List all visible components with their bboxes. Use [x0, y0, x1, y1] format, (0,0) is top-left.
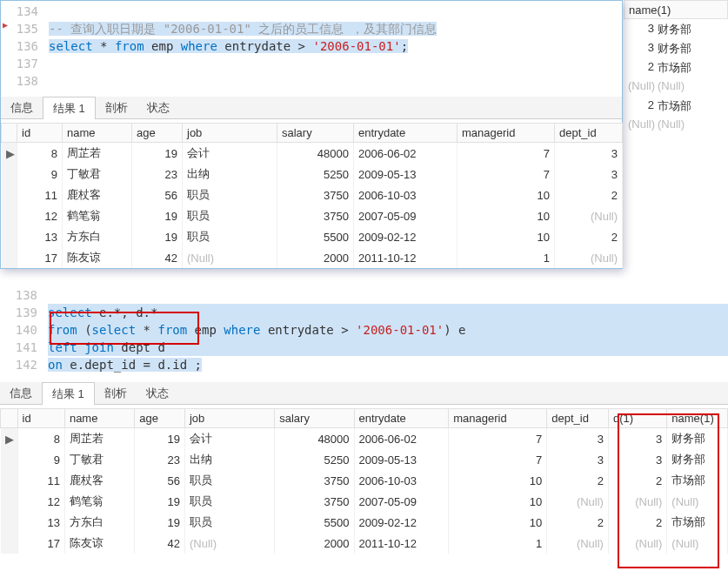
query-result-panel-1: ▶ 134 135-- 查询入职日期是 "2006-01-01" 之后的员工信息… [0, 0, 623, 269]
col-d1[interactable]: d(1) [608, 409, 666, 428]
table-row[interactable]: 13方东白19职员55002009-02-12102 [2, 226, 623, 247]
table-row[interactable]: ▶8周芷若19会计480002006-06-0273 [2, 143, 623, 165]
col-deptid[interactable]: dept_id [555, 124, 623, 143]
col-job[interactable]: job [184, 409, 274, 428]
table-row[interactable]: 17陈友谅42(Null)20002011-10-121(Null)(Null)… [1, 533, 728, 554]
code-editor-2[interactable]: 138 139select e.*, d.* 140from (select *… [0, 283, 728, 382]
side-cell: 2市场部 [624, 57, 728, 77]
col-age[interactable]: age [135, 409, 185, 428]
tab-status[interactable]: 状态 [137, 382, 178, 404]
side-cell: (Null)(Null) [624, 115, 728, 134]
partial-result-columns: name(1) 3财务部3财务部2市场部(Null)(Null)2市场部(Nul… [624, 0, 728, 134]
col-entrydate[interactable]: entrydate [354, 409, 449, 428]
col-managerid[interactable]: managerid [458, 124, 555, 143]
table-row[interactable]: 17陈友谅42(Null)20002011-10-121(Null) [2, 247, 623, 268]
result-tabs-2: 信息 结果 1 剖析 状态 [0, 382, 728, 405]
result-tabs-1: 信息 结果 1 剖析 状态 [1, 97, 622, 119]
table-row[interactable]: 12鹤笔翁19职员37502007-05-0910(Null) [2, 205, 623, 226]
breakpoint-icon[interactable]: ▶ [3, 20, 8, 30]
side-cell: 2市场部 [624, 96, 728, 115]
table-row[interactable]: ▶8周芷若19会计480002006-06-02733财务部 [1, 428, 728, 450]
table-row[interactable]: 13方东白19职员55002009-02-121022市场部 [1, 512, 728, 533]
col-job[interactable]: job [183, 124, 277, 143]
col-name[interactable]: name [64, 409, 134, 428]
side-cell: 3财务部 [624, 19, 728, 38]
tab-profile[interactable]: 剖析 [96, 97, 137, 118]
code-editor-1[interactable]: ▶ 134 135-- 查询入职日期是 "2006-01-01" 之后的员工信息… [1, 1, 622, 97]
col-id[interactable]: id [17, 124, 63, 143]
table-row[interactable]: 12鹤笔翁19职员37502007-05-0910(Null)(Null)(Nu… [1, 491, 728, 512]
side-cell: 3财务部 [624, 38, 728, 57]
result-table-1: id name age job salary entrydate manager… [1, 119, 622, 268]
tab-profile[interactable]: 剖析 [95, 382, 137, 404]
col-name1[interactable]: name(1) [667, 409, 728, 428]
col-managerid[interactable]: managerid [449, 409, 547, 428]
table-row[interactable]: 11鹿杖客56职员37502006-10-031022市场部 [1, 470, 728, 491]
table-row[interactable]: 9丁敏君23出纳52502009-05-1373 [2, 164, 623, 185]
table-row[interactable]: 9丁敏君23出纳52502009-05-13733财务部 [1, 449, 728, 470]
table-row[interactable]: 11鹿杖客56职员37502006-10-03102 [2, 185, 623, 205]
tab-status[interactable]: 状态 [137, 97, 179, 118]
col-entrydate[interactable]: entrydate [354, 124, 458, 143]
result-table-2: id name age job salary entrydate manager… [0, 405, 728, 554]
tab-info[interactable]: 信息 [1, 97, 43, 118]
col-name1-hdr: name(1) [624, 0, 728, 19]
col-name[interactable]: name [63, 124, 132, 143]
tab-result[interactable]: 结果 1 [42, 382, 95, 405]
col-salary[interactable]: salary [277, 124, 354, 143]
tab-result[interactable]: 结果 1 [43, 97, 96, 119]
col-age[interactable]: age [132, 124, 183, 143]
col-salary[interactable]: salary [275, 409, 354, 428]
side-cell: (Null)(Null) [624, 77, 728, 96]
tab-info[interactable]: 信息 [0, 382, 42, 404]
col-deptid[interactable]: dept_id [547, 409, 609, 428]
col-id[interactable]: id [17, 409, 64, 428]
line-num: 138 [0, 286, 48, 304]
